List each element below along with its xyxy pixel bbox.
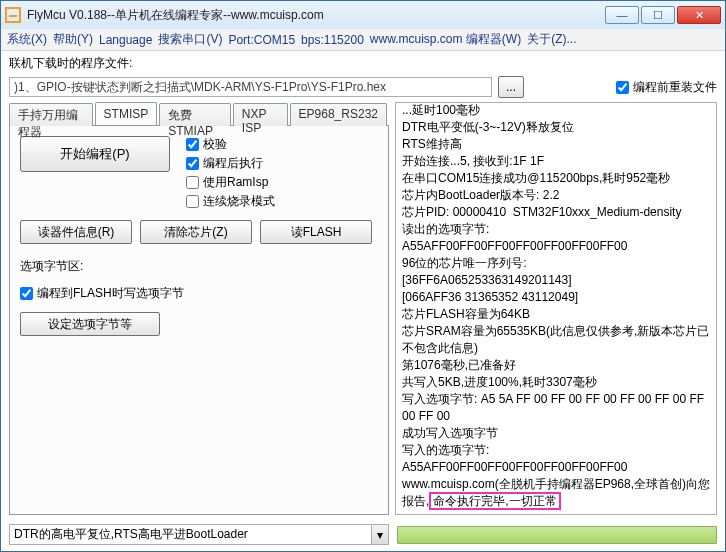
log-line: DTR电平变低(-3~-12V)释放复位 bbox=[402, 119, 714, 136]
close-button[interactable]: ✕ bbox=[677, 6, 721, 24]
log-output[interactable]: RTS置高(+3~+12V),选择进入BootLoader...延时100毫秒D… bbox=[395, 102, 717, 515]
reload-checkbox[interactable]: 编程前重装文件 bbox=[616, 79, 717, 96]
ramisp-checkbox[interactable]: 使用RamIsp bbox=[186, 174, 275, 191]
browse-button[interactable]: ... bbox=[498, 76, 524, 98]
log-line: 芯片FLASH容量为64KB bbox=[402, 306, 714, 323]
bottom-bar: DTR的高电平复位,RTS高电平进BootLoader ▾ bbox=[1, 521, 725, 551]
log-line: ...延时100毫秒 bbox=[402, 102, 714, 119]
log-line: 芯片内BootLoader版本号: 2.2 bbox=[402, 187, 714, 204]
read-info-button[interactable]: 读器件信息(R) bbox=[20, 220, 132, 244]
hexfile-path[interactable]: )1、GPIO-按键状态判断之扫描式\MDK-ARM\YS-F1Pro\YS-F… bbox=[9, 77, 492, 97]
toolbar: 联机下载时的程序文件: )1、GPIO-按键状态判断之扫描式\MDK-ARM\Y… bbox=[1, 51, 725, 102]
log-line: 写入的选项字节: bbox=[402, 442, 714, 459]
menu-system[interactable]: 系统(X) bbox=[7, 31, 47, 48]
reset-mode-combo[interactable]: DTR的高电平复位,RTS高电平进BootLoader ▾ bbox=[9, 524, 389, 545]
tab-nxpisp[interactable]: NXP ISP bbox=[233, 103, 288, 126]
log-line: www.mcuisp.com(全脱机手持编程器EP968,全球首创)向您报告,命… bbox=[402, 476, 714, 510]
reload-checkbox-input[interactable] bbox=[616, 81, 629, 94]
log-line: [066AFF36 31365352 43112049] bbox=[402, 289, 714, 306]
log-line: 第1076毫秒,已准备好 bbox=[402, 357, 714, 374]
log-line: RTS维持高 bbox=[402, 136, 714, 153]
progress-bar bbox=[397, 526, 717, 544]
window-buttons: — ☐ ✕ bbox=[605, 6, 721, 24]
verify-checkbox[interactable]: 校验 bbox=[186, 136, 275, 153]
maximize-button[interactable]: ☐ bbox=[641, 6, 675, 24]
read-flash-button[interactable]: 读FLASH bbox=[260, 220, 372, 244]
main-area: 手持万用编程器 STMISP 免费STMIAP NXP ISP EP968_RS… bbox=[1, 102, 725, 521]
option-byte-label: 选项字节区: bbox=[20, 258, 378, 275]
log-line: 芯片SRAM容量为65535KB(此信息仅供参考,新版本芯片已不包含此信息) bbox=[402, 323, 714, 357]
menu-language[interactable]: Language bbox=[99, 33, 152, 47]
menu-bps[interactable]: bps:115200 bbox=[301, 33, 364, 47]
tab-handheld[interactable]: 手持万用编程器 bbox=[9, 103, 93, 126]
log-line: 开始连接...5, 接收到:1F 1F bbox=[402, 153, 714, 170]
tab-stmiap[interactable]: 免费STMIAP bbox=[159, 103, 231, 126]
app-window: FlyMcu V0.188--单片机在线编程专家--www.mcuisp.com… bbox=[0, 0, 726, 552]
runafter-checkbox[interactable]: 编程后执行 bbox=[186, 155, 275, 172]
menu-site[interactable]: www.mcuisp.com 编程器(W) bbox=[370, 31, 521, 48]
continuous-checkbox[interactable]: 连续烧录模式 bbox=[186, 193, 275, 210]
menu-help[interactable]: 帮助(Y) bbox=[53, 31, 93, 48]
chevron-down-icon[interactable]: ▾ bbox=[371, 525, 388, 544]
reload-checkbox-label: 编程前重装文件 bbox=[633, 79, 717, 96]
stmisp-panel: 开始编程(P) 校验 编程后执行 使用RamIsp 连续烧录模式 读器件信息(R… bbox=[9, 125, 389, 515]
menu-port[interactable]: Port:COM15 bbox=[228, 33, 295, 47]
log-line: 写入选项字节: A5 5A FF 00 FF 00 FF 00 FF 00 FF… bbox=[402, 391, 714, 425]
log-line: A55AFF00FF00FF00FF00FF00FF00FF00 bbox=[402, 238, 714, 255]
write-option-checkbox[interactable]: 编程到FLASH时写选项字节 bbox=[20, 285, 378, 302]
log-line: [36FF6A065253363149201143] bbox=[402, 272, 714, 289]
tabstrip: 手持万用编程器 STMISP 免费STMIAP NXP ISP EP968_RS… bbox=[9, 102, 389, 125]
window-title: FlyMcu V0.188--单片机在线编程专家--www.mcuisp.com bbox=[27, 7, 605, 24]
log-line: 成功写入选项字节 bbox=[402, 425, 714, 442]
erase-button[interactable]: 清除芯片(Z) bbox=[140, 220, 252, 244]
start-program-button[interactable]: 开始编程(P) bbox=[20, 136, 170, 172]
log-line: A55AFF00FF00FF00FF00FF00FF00FF00 bbox=[402, 459, 714, 476]
log-line: 在串口COM15连接成功@115200bps,耗时952毫秒 bbox=[402, 170, 714, 187]
app-icon bbox=[5, 7, 21, 23]
titlebar: FlyMcu V0.188--单片机在线编程专家--www.mcuisp.com… bbox=[1, 1, 725, 29]
menu-search-port[interactable]: 搜索串口(V) bbox=[158, 31, 222, 48]
menu-about[interactable]: 关于(Z)... bbox=[527, 31, 576, 48]
log-line: 芯片PID: 00000410 STM32F10xxx_Medium-densi… bbox=[402, 204, 714, 221]
log-line: 96位的芯片唯一序列号: bbox=[402, 255, 714, 272]
menubar: 系统(X) 帮助(Y) Language 搜索串口(V) Port:COM15 … bbox=[1, 29, 725, 51]
log-line: 读出的选项字节: bbox=[402, 221, 714, 238]
minimize-button[interactable]: — bbox=[605, 6, 639, 24]
left-panel: 手持万用编程器 STMISP 免费STMIAP NXP ISP EP968_RS… bbox=[9, 102, 389, 515]
tab-stmisp[interactable]: STMISP bbox=[95, 102, 158, 125]
reset-mode-text: DTR的高电平复位,RTS高电平进BootLoader bbox=[10, 526, 371, 543]
set-option-button[interactable]: 设定选项字节等 bbox=[20, 312, 160, 336]
hexfile-label: 联机下载时的程序文件: bbox=[9, 55, 717, 72]
log-success-highlight: 命令执行完毕,一切正常 bbox=[429, 492, 560, 510]
tab-ep968[interactable]: EP968_RS232 bbox=[290, 103, 387, 126]
log-line: 共写入5KB,进度100%,耗时3307毫秒 bbox=[402, 374, 714, 391]
